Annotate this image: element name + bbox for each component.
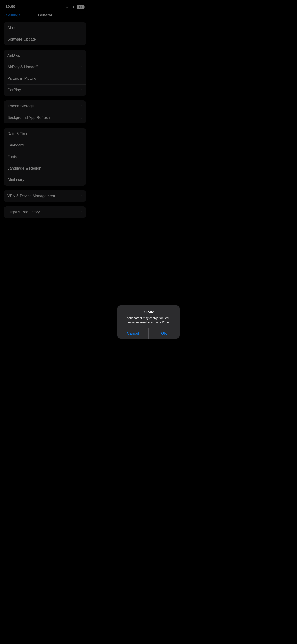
modal-overlay: iCloud Your carrier may charge for SMS m…	[0, 0, 90, 224]
